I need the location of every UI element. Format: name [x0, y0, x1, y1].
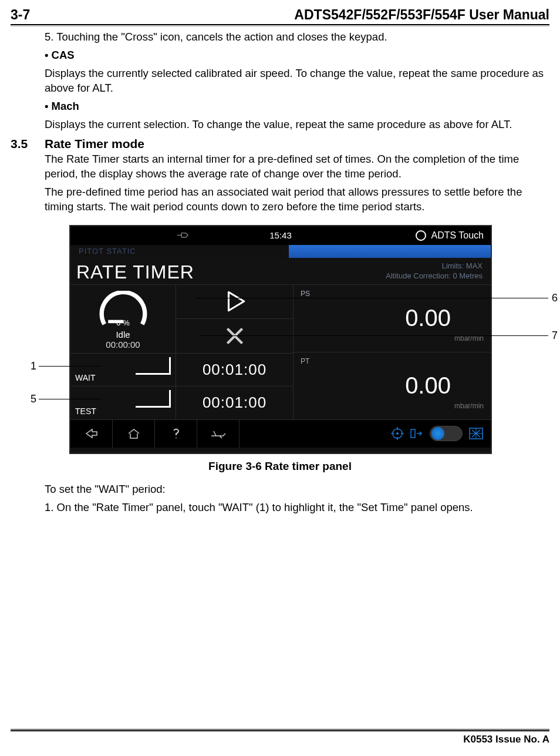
ge-logo-icon [416, 230, 426, 241]
footer-rule-thick [11, 730, 549, 731]
callout-6: 6 [552, 292, 558, 304]
connection-icon [176, 231, 189, 240]
callout-1: 1 [31, 360, 36, 372]
header-rule-thick [11, 24, 549, 25]
svg-point-5 [396, 432, 399, 435]
section-p1: The Rate Timer starts an internal timer … [45, 152, 547, 182]
svg-rect-10 [411, 429, 415, 438]
gauge-percent: 0 % [96, 318, 150, 327]
cancel-button[interactable] [176, 319, 293, 354]
after-fig-p1: To set the "WAIT" period: [45, 482, 547, 497]
callout-lead-5 [39, 399, 101, 399]
cas-heading: • CAS [45, 48, 547, 63]
wait-label: WAIT [75, 373, 95, 382]
bottom-bar [70, 419, 491, 448]
corner-indicator-icon [136, 357, 171, 375]
pt-label: PT [301, 357, 309, 365]
brand-label: ADTS Touch [431, 230, 484, 241]
help-button[interactable] [155, 420, 197, 448]
clock-label: 15:43 [269, 230, 292, 240]
figure-caption: Figure 3-6 Rate timer panel [11, 460, 549, 473]
section-title: Rate Timer mode [45, 137, 144, 151]
device-screenshot: 15:43 ADTS Touch PITOT STATIC RATE TIMER… [69, 225, 492, 454]
pt-value: 0.00 [405, 372, 451, 399]
test-button[interactable]: TEST [70, 387, 176, 419]
help-icon [170, 427, 182, 440]
pt-readout: PT 0.00 mbar/min [294, 352, 491, 419]
wait-button[interactable]: WAIT [70, 354, 176, 387]
section-number: 3.5 [11, 137, 34, 151]
home-icon [127, 428, 141, 439]
toggle-knob-icon [431, 427, 444, 440]
step-5-text: 5. Touching the "Cross" icon, cancels th… [45, 30, 547, 45]
mach-heading: • Mach [45, 99, 547, 114]
header-rule-thin [11, 26, 549, 26]
tab-strip: PITOT STATIC [70, 245, 491, 258]
mach-body: Displays the current selection. To chang… [45, 117, 547, 132]
limits-line2: Altitude Correction: 0 Metres [386, 271, 483, 281]
test-time-value[interactable]: 00:01:00 [176, 387, 293, 419]
play-button[interactable] [176, 285, 293, 320]
home-button[interactable] [113, 420, 155, 448]
transfer-icon[interactable] [410, 427, 424, 440]
cas-body: Displays the currently selected calibrat… [45, 66, 547, 96]
ps-readout: PS 0.00 mbar/min [294, 285, 491, 352]
gauge-cell: 0 % Idle 00:00:00 [70, 285, 176, 354]
grid-x-icon[interactable] [468, 427, 484, 440]
manual-title: ADTS542F/552F/553F/554F User Manual [294, 7, 549, 23]
aircraft-icon [210, 428, 227, 439]
callout-lead-6 [196, 298, 548, 298]
play-icon [222, 289, 247, 314]
back-arrow-icon [84, 428, 99, 439]
wait-time-value[interactable]: 00:01:00 [176, 354, 293, 387]
footer-rule-thin [11, 729, 549, 730]
aircraft-button[interactable] [197, 420, 239, 448]
callout-lead-1 [39, 366, 101, 367]
mode-toggle[interactable] [430, 426, 463, 441]
test-label: TEST [75, 406, 96, 416]
screen-title: RATE TIMER [76, 261, 194, 283]
after-fig-p2: 1. On the "Rate Timer" panel, touch "WAI… [45, 500, 547, 515]
pt-unit: mbar/min [454, 402, 484, 410]
issue-number: K0553 Issue No. A [11, 734, 549, 745]
section-p2: The pre-defined time period has an assoc… [45, 185, 547, 214]
target-icon[interactable] [391, 427, 404, 440]
tab-active[interactable] [289, 245, 491, 258]
page-number: 3-7 [11, 7, 30, 23]
callout-lead-7 [201, 335, 548, 336]
ps-value: 0.00 [405, 305, 451, 331]
back-button[interactable] [70, 420, 113, 448]
callout-5: 5 [31, 393, 36, 405]
callout-7: 7 [552, 330, 558, 342]
idle-label: Idle [116, 330, 130, 340]
tab-pitot-static[interactable]: PITOT STATIC [70, 245, 289, 258]
limits-line1: Limits: MAX [386, 261, 483, 271]
idle-time: 00:00:00 [106, 340, 140, 350]
ps-label: PS [301, 290, 310, 298]
cross-icon [222, 324, 247, 348]
svg-marker-1 [228, 293, 244, 311]
status-bar: 15:43 ADTS Touch [70, 226, 491, 245]
corner-indicator-icon [136, 390, 171, 408]
